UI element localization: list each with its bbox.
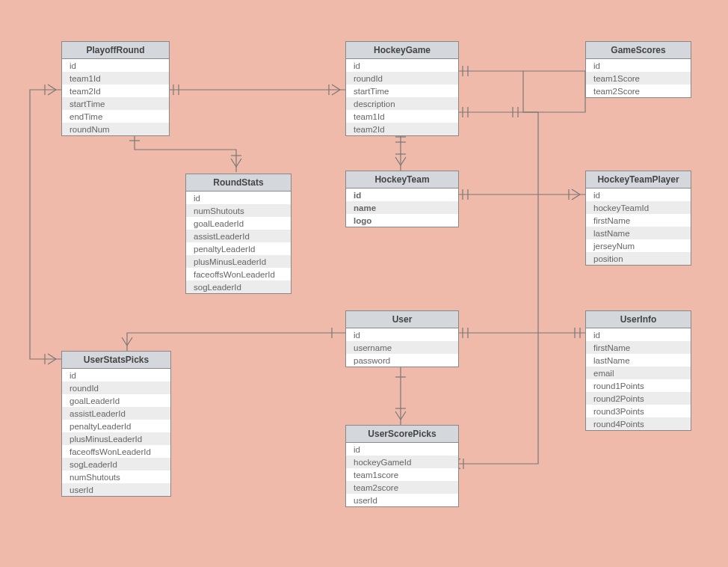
field: password	[346, 354, 458, 367]
field: roundId	[346, 72, 458, 85]
field: hockeyGameId	[346, 456, 458, 468]
field: jerseyNum	[586, 239, 691, 252]
entity-header: HockeyTeamPlayer	[586, 171, 691, 189]
entity-userstatspicks: UserStatsPicks id roundId goalLeaderId a…	[61, 351, 171, 497]
svg-point-1	[398, 368, 404, 374]
field: startTime	[346, 85, 458, 97]
field: team2Id	[346, 123, 458, 135]
field: id	[346, 328, 458, 341]
field: round1Points	[586, 379, 691, 392]
entity-userinfo: UserInfo id firstName lastName email rou…	[585, 310, 691, 431]
entity-header: UserInfo	[586, 311, 691, 328]
entity-header: RoundStats	[186, 174, 291, 191]
entity-body: id numShutouts goalLeaderId assistLeader…	[186, 191, 291, 293]
entity-header: UserStatsPicks	[62, 352, 170, 369]
field: id	[586, 189, 691, 201]
entity-body: id roundId goalLeaderId assistLeaderId p…	[62, 369, 170, 496]
entity-body: id username password	[346, 328, 458, 367]
field: team1Score	[586, 72, 691, 85]
field: description	[346, 97, 458, 110]
entity-roundstats: RoundStats id numShutouts goalLeaderId a…	[185, 174, 291, 294]
entity-body: id roundId startTime description team1Id…	[346, 59, 458, 135]
field: goalLeaderId	[62, 394, 170, 407]
field: assistLeaderId	[186, 230, 291, 242]
field: id	[346, 189, 458, 201]
field: firstName	[586, 341, 691, 354]
field: roundNum	[62, 123, 169, 135]
field: id	[586, 59, 691, 72]
field: team2Id	[62, 85, 169, 97]
field: id	[346, 59, 458, 72]
field: round2Points	[586, 392, 691, 405]
entity-user: User id username password	[345, 310, 459, 367]
entity-hockeyteamplayer: HockeyTeamPlayer id hockeyTeamId firstNa…	[585, 171, 691, 266]
entity-userscorepicks: UserScorePicks id hockeyGameId team1scor…	[345, 425, 459, 507]
entity-body: id firstName lastName email round1Points…	[586, 328, 691, 430]
field: roundId	[62, 381, 170, 394]
field: email	[586, 367, 691, 379]
field: faceoffsWonLeaderId	[186, 268, 291, 281]
field: round3Points	[586, 405, 691, 417]
field: id	[62, 59, 169, 72]
field: plusMinusLeaderId	[186, 255, 291, 268]
field: logo	[346, 214, 458, 227]
field: sogLeaderId	[186, 281, 291, 293]
entity-body: id hockeyGameId team1score team2score us…	[346, 443, 458, 506]
field: team1score	[346, 468, 458, 481]
entity-body: id name logo	[346, 189, 458, 227]
field: faceoffsWonLeaderId	[62, 445, 170, 458]
field: id	[586, 328, 691, 341]
field: position	[586, 252, 691, 265]
field: hockeyTeamId	[586, 201, 691, 214]
field: username	[346, 341, 458, 354]
field: id	[186, 191, 291, 204]
field: sogLeaderId	[62, 458, 170, 471]
field: id	[346, 443, 458, 456]
field: userId	[346, 494, 458, 506]
entity-playoffround: PlayoffRound id team1Id team2Id startTim…	[61, 41, 170, 136]
entity-gamescores: GameScores id team1Score team2Score	[585, 41, 691, 98]
field: startTime	[62, 97, 169, 110]
field: assistLeaderId	[62, 407, 170, 420]
field: lastName	[586, 227, 691, 239]
entity-body: id team1Id team2Id startTime endTime rou…	[62, 59, 169, 135]
entity-header: GameScores	[586, 42, 691, 59]
field: firstName	[586, 214, 691, 227]
field: goalLeaderId	[186, 217, 291, 230]
entity-body: id hockeyTeamId firstName lastName jerse…	[586, 189, 691, 265]
field: numShutouts	[186, 204, 291, 217]
field: team2Score	[586, 85, 691, 97]
entity-header: PlayoffRound	[62, 42, 169, 59]
field: plusMinusLeaderId	[62, 432, 170, 445]
field: endTime	[62, 110, 169, 123]
field: team1Id	[62, 72, 169, 85]
field: penaltyLeaderId	[62, 420, 170, 432]
field: id	[62, 369, 170, 381]
entity-header: HockeyTeam	[346, 171, 458, 189]
field: name	[346, 201, 458, 214]
entity-header: HockeyGame	[346, 42, 458, 59]
entity-hockeygame: HockeyGame id roundId startTime descript…	[345, 41, 459, 136]
field: round4Points	[586, 417, 691, 430]
entity-body: id team1Score team2Score	[586, 59, 691, 97]
entity-header: UserScorePicks	[346, 426, 458, 443]
entity-header: User	[346, 311, 458, 328]
field: numShutouts	[62, 471, 170, 483]
field: lastName	[586, 354, 691, 367]
field: team2score	[346, 481, 458, 494]
field: team1Id	[346, 110, 458, 123]
field: penaltyLeaderId	[186, 242, 291, 255]
field: userId	[62, 483, 170, 496]
svg-point-0	[335, 330, 341, 336]
entity-hockeyteam: HockeyTeam id name logo	[345, 171, 459, 227]
